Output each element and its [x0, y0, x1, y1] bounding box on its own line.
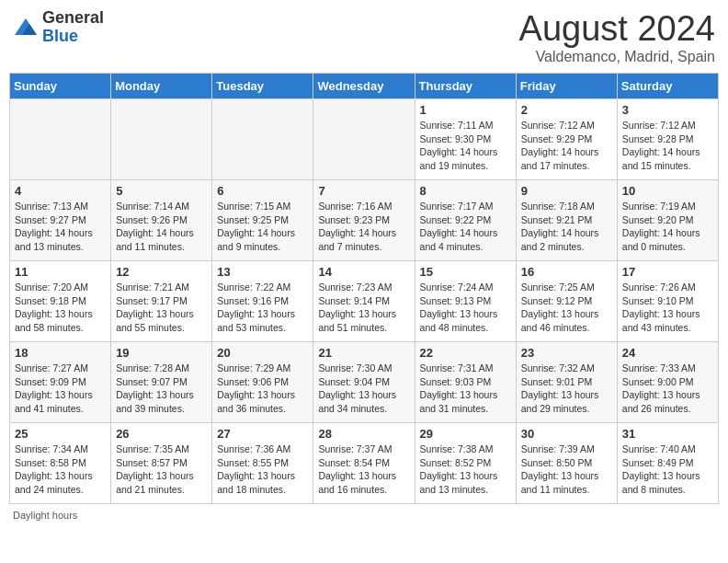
- day-number: 11: [15, 265, 106, 279]
- calendar-cell: 1Sunrise: 7:11 AM Sunset: 9:30 PM Daylig…: [415, 99, 516, 180]
- day-header-monday: Monday: [111, 74, 212, 99]
- day-number: 26: [116, 427, 207, 441]
- logo: General Blue: [13, 9, 104, 46]
- calendar-cell: 31Sunrise: 7:40 AM Sunset: 8:49 PM Dayli…: [617, 423, 718, 504]
- day-number: 14: [318, 265, 409, 279]
- day-info: Sunrise: 7:16 AM Sunset: 9:23 PM Dayligh…: [318, 200, 409, 254]
- calendar-cell: 12Sunrise: 7:21 AM Sunset: 9:17 PM Dayli…: [111, 261, 212, 342]
- calendar-cell: 13Sunrise: 7:22 AM Sunset: 9:16 PM Dayli…: [212, 261, 313, 342]
- day-info: Sunrise: 7:33 AM Sunset: 9:00 PM Dayligh…: [622, 362, 713, 416]
- week-row-3: 11Sunrise: 7:20 AM Sunset: 9:18 PM Dayli…: [10, 261, 719, 342]
- day-number: 31: [622, 427, 713, 441]
- calendar-cell: 6Sunrise: 7:15 AM Sunset: 9:25 PM Daylig…: [212, 180, 313, 261]
- calendar-cell: 27Sunrise: 7:36 AM Sunset: 8:55 PM Dayli…: [212, 423, 313, 504]
- logo-blue-text: Blue: [42, 28, 104, 46]
- day-info: Sunrise: 7:11 AM Sunset: 9:30 PM Dayligh…: [420, 119, 511, 173]
- calendar-table: SundayMondayTuesdayWednesdayThursdayFrid…: [9, 73, 719, 504]
- day-info: Sunrise: 7:12 AM Sunset: 9:28 PM Dayligh…: [622, 119, 713, 173]
- day-info: Sunrise: 7:17 AM Sunset: 9:22 PM Dayligh…: [420, 200, 511, 254]
- day-number: 25: [15, 427, 106, 441]
- day-header-saturday: Saturday: [617, 74, 718, 99]
- day-header-tuesday: Tuesday: [212, 74, 313, 99]
- day-info: Sunrise: 7:22 AM Sunset: 9:16 PM Dayligh…: [217, 281, 308, 335]
- day-number: 24: [622, 346, 713, 360]
- day-info: Sunrise: 7:29 AM Sunset: 9:06 PM Dayligh…: [217, 362, 308, 416]
- day-number: 12: [116, 265, 207, 279]
- calendar-cell: 24Sunrise: 7:33 AM Sunset: 9:00 PM Dayli…: [617, 342, 718, 423]
- calendar-cell: 22Sunrise: 7:31 AM Sunset: 9:03 PM Dayli…: [415, 342, 516, 423]
- day-number: 22: [420, 346, 511, 360]
- day-number: 2: [521, 103, 612, 117]
- calendar-cell: 17Sunrise: 7:26 AM Sunset: 9:10 PM Dayli…: [617, 261, 718, 342]
- day-number: 1: [420, 103, 511, 117]
- daylight-label: Daylight hours: [13, 510, 77, 521]
- calendar-cell: [212, 99, 313, 180]
- calendar-cell: 26Sunrise: 7:35 AM Sunset: 8:57 PM Dayli…: [111, 423, 212, 504]
- calendar-cell: 11Sunrise: 7:20 AM Sunset: 9:18 PM Dayli…: [10, 261, 111, 342]
- day-header-sunday: Sunday: [10, 74, 111, 99]
- day-number: 9: [521, 184, 612, 198]
- month-title: August 2024: [519, 9, 715, 49]
- day-info: Sunrise: 7:37 AM Sunset: 8:54 PM Dayligh…: [318, 442, 409, 497]
- calendar-cell: 28Sunrise: 7:37 AM Sunset: 8:54 PM Dayli…: [313, 423, 415, 504]
- day-header-friday: Friday: [516, 74, 617, 99]
- day-number: 8: [420, 184, 511, 198]
- calendar-cell: [10, 99, 111, 180]
- calendar-cell: [111, 99, 212, 180]
- day-info: Sunrise: 7:12 AM Sunset: 9:29 PM Dayligh…: [521, 119, 612, 173]
- day-number: 21: [318, 346, 409, 360]
- day-info: Sunrise: 7:27 AM Sunset: 9:09 PM Dayligh…: [15, 362, 106, 416]
- day-header-thursday: Thursday: [415, 74, 516, 99]
- week-row-4: 18Sunrise: 7:27 AM Sunset: 9:09 PM Dayli…: [10, 342, 719, 423]
- calendar-cell: 2Sunrise: 7:12 AM Sunset: 9:29 PM Daylig…: [516, 99, 617, 180]
- day-info: Sunrise: 7:36 AM Sunset: 8:55 PM Dayligh…: [217, 442, 308, 497]
- day-info: Sunrise: 7:35 AM Sunset: 8:57 PM Dayligh…: [116, 442, 207, 497]
- calendar-cell: 8Sunrise: 7:17 AM Sunset: 9:22 PM Daylig…: [415, 180, 516, 261]
- day-info: Sunrise: 7:32 AM Sunset: 9:01 PM Dayligh…: [521, 362, 612, 416]
- week-row-1: 1Sunrise: 7:11 AM Sunset: 9:30 PM Daylig…: [10, 99, 719, 180]
- header-row: SundayMondayTuesdayWednesdayThursdayFrid…: [10, 74, 719, 99]
- day-info: Sunrise: 7:31 AM Sunset: 9:03 PM Dayligh…: [420, 362, 511, 416]
- day-number: 4: [15, 184, 106, 198]
- title-block: August 2024 Valdemanco, Madrid, Spain: [519, 9, 715, 65]
- day-info: Sunrise: 7:18 AM Sunset: 9:21 PM Dayligh…: [521, 200, 612, 254]
- day-number: 10: [622, 184, 713, 198]
- calendar-cell: 9Sunrise: 7:18 AM Sunset: 9:21 PM Daylig…: [516, 180, 617, 261]
- day-number: 3: [622, 103, 713, 117]
- calendar-cell: 14Sunrise: 7:23 AM Sunset: 9:14 PM Dayli…: [313, 261, 415, 342]
- calendar-cell: 4Sunrise: 7:13 AM Sunset: 9:27 PM Daylig…: [10, 180, 111, 261]
- calendar-cell: 25Sunrise: 7:34 AM Sunset: 8:58 PM Dayli…: [10, 423, 111, 504]
- day-info: Sunrise: 7:15 AM Sunset: 9:25 PM Dayligh…: [217, 200, 308, 254]
- day-number: 20: [217, 346, 308, 360]
- day-info: Sunrise: 7:13 AM Sunset: 9:27 PM Dayligh…: [15, 200, 106, 254]
- day-info: Sunrise: 7:23 AM Sunset: 9:14 PM Dayligh…: [318, 281, 409, 335]
- day-info: Sunrise: 7:14 AM Sunset: 9:26 PM Dayligh…: [116, 200, 207, 254]
- calendar-cell: 21Sunrise: 7:30 AM Sunset: 9:04 PM Dayli…: [313, 342, 415, 423]
- day-number: 27: [217, 427, 308, 441]
- week-row-5: 25Sunrise: 7:34 AM Sunset: 8:58 PM Dayli…: [10, 423, 719, 504]
- logo-icon: [13, 15, 39, 40]
- calendar-cell: 30Sunrise: 7:39 AM Sunset: 8:50 PM Dayli…: [516, 423, 617, 504]
- day-info: Sunrise: 7:28 AM Sunset: 9:07 PM Dayligh…: [116, 362, 207, 416]
- calendar-cell: 5Sunrise: 7:14 AM Sunset: 9:26 PM Daylig…: [111, 180, 212, 261]
- day-number: 7: [318, 184, 409, 198]
- day-number: 16: [521, 265, 612, 279]
- calendar-cell: 19Sunrise: 7:28 AM Sunset: 9:07 PM Dayli…: [111, 342, 212, 423]
- day-number: 28: [318, 427, 409, 441]
- calendar-cell: 23Sunrise: 7:32 AM Sunset: 9:01 PM Dayli…: [516, 342, 617, 423]
- day-header-wednesday: Wednesday: [313, 74, 415, 99]
- day-info: Sunrise: 7:19 AM Sunset: 9:20 PM Dayligh…: [622, 200, 713, 254]
- calendar-cell: 15Sunrise: 7:24 AM Sunset: 9:13 PM Dayli…: [415, 261, 516, 342]
- calendar-cell: 7Sunrise: 7:16 AM Sunset: 9:23 PM Daylig…: [313, 180, 415, 261]
- calendar-cell: 18Sunrise: 7:27 AM Sunset: 9:09 PM Dayli…: [10, 342, 111, 423]
- day-info: Sunrise: 7:21 AM Sunset: 9:17 PM Dayligh…: [116, 281, 207, 335]
- footer-note: Daylight hours: [9, 510, 719, 521]
- day-info: Sunrise: 7:20 AM Sunset: 9:18 PM Dayligh…: [15, 281, 106, 335]
- location-text: Valdemanco, Madrid, Spain: [519, 49, 715, 65]
- logo-general-text: General: [42, 9, 104, 28]
- day-number: 19: [116, 346, 207, 360]
- calendar-cell: 16Sunrise: 7:25 AM Sunset: 9:12 PM Dayli…: [516, 261, 617, 342]
- day-number: 5: [116, 184, 207, 198]
- day-info: Sunrise: 7:39 AM Sunset: 8:50 PM Dayligh…: [521, 442, 612, 497]
- day-info: Sunrise: 7:40 AM Sunset: 8:49 PM Dayligh…: [622, 442, 713, 497]
